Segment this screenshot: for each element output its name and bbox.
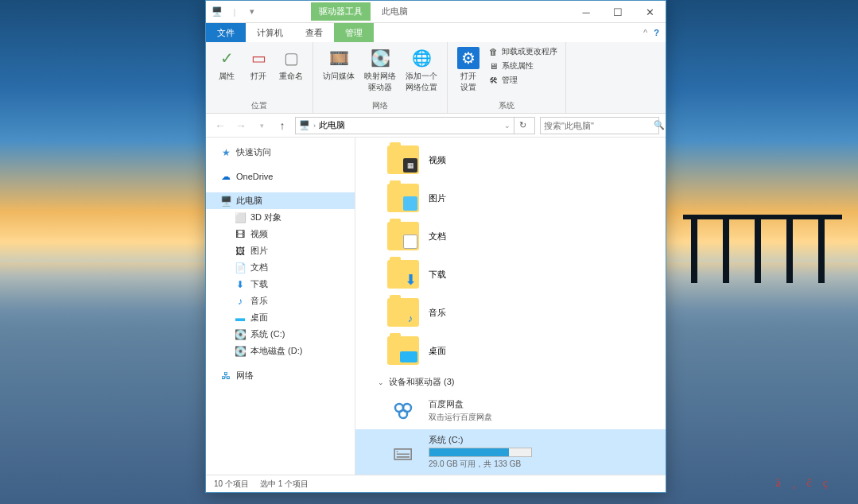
network-icon: 🖧 <box>220 370 231 382</box>
sys-props-button[interactable]: 🖥系统属性 <box>486 60 559 72</box>
devices-header[interactable]: ⌄设备和驱动器 (3) <box>355 370 666 391</box>
tab-manage[interactable]: 管理 <box>334 23 374 42</box>
baidu-icon <box>387 396 419 425</box>
corner-text: ä¸čç <box>776 477 839 490</box>
drive-c-text: 29.0 GB 可用，共 133 GB <box>429 459 666 470</box>
baidu-sub: 双击运行百度网盘 <box>429 412 666 423</box>
globe-icon: 🌐 <box>410 47 433 69</box>
chevron-down-icon: ⌄ <box>378 378 384 386</box>
maximize-button[interactable]: ☐ <box>602 1 634 23</box>
music-icon: ♪ <box>235 296 246 307</box>
film-icon: 🎞 <box>235 229 246 240</box>
nav-3d-objects[interactable]: ⬜3D 对象 <box>206 209 355 226</box>
nav-network[interactable]: 🖧网络 <box>206 367 355 384</box>
nav-onedrive[interactable]: ☁OneDrive <box>206 169 355 184</box>
nav-pictures[interactable]: 🖼图片 <box>206 242 355 259</box>
manage-icon: 🛠 <box>487 75 499 86</box>
drive-c-name: 系统 (C:) <box>429 434 666 446</box>
media-icon: 🎞️ <box>328 47 350 69</box>
drive-c[interactable]: 🖴 系统 (C:) 29.0 GB 可用，共 133 GB <box>355 429 666 475</box>
tab-view[interactable]: 查看 <box>294 23 334 42</box>
media-button[interactable]: 🎞️访问媒体 <box>320 45 358 83</box>
folder-videos[interactable]: ▦视频 <box>355 141 666 179</box>
search-input[interactable] <box>544 121 654 130</box>
folder-music[interactable]: ♪音乐 <box>355 293 666 331</box>
addressbar: ← → ▾ ↑ 🖥️ › 此电脑 ⌄ ↻ 🔍 <box>206 114 666 138</box>
up-button[interactable]: ↑ <box>274 118 290 134</box>
address-text: 此电脑 <box>319 119 345 131</box>
drive-icon: 💽 <box>235 329 246 340</box>
uninstall-button[interactable]: 🗑卸载或更改程序 <box>486 45 559 58</box>
group-location: 位置 <box>212 99 306 111</box>
nav-quick-access[interactable]: ★快速访问 <box>206 144 355 161</box>
folder-pictures[interactable]: 图片 <box>355 179 666 217</box>
status-count: 10 个项目 <box>214 479 249 490</box>
ribbon: ✓属性 ▭打开 ▢重命名 位置 🎞️访问媒体 💽映射网络 驱动器 🌐添加一个 网… <box>206 42 666 114</box>
ribbon-collapse-icon[interactable]: ^ <box>643 28 647 37</box>
picture-icon <box>403 196 417 211</box>
open-button[interactable]: ▭打开 <box>244 45 273 83</box>
pc-icon: 🖥️ <box>211 6 223 18</box>
drive-icon: 💽 <box>235 346 246 357</box>
address-dropdown-icon[interactable]: ⌄ <box>504 122 511 130</box>
titlebar[interactable]: 🖥️ | ▾ 驱动器工具 此电脑 ─ ☐ ✕ <box>206 1 666 23</box>
pc-icon: 🖥️ <box>220 196 231 207</box>
download-icon: ⬇ <box>235 279 246 290</box>
recent-dropdown[interactable]: ▾ <box>254 118 270 134</box>
search-icon[interactable]: 🔍 <box>654 120 665 130</box>
doc-icon <box>403 235 417 249</box>
map-drive-button[interactable]: 💽映射网络 驱动器 <box>361 45 399 95</box>
close-button[interactable]: ✕ <box>634 1 666 23</box>
desktop-icon: ▬ <box>235 312 246 324</box>
nav-downloads[interactable]: ⬇下载 <box>206 276 355 293</box>
open-icon: ▭ <box>247 47 270 69</box>
nav-documents[interactable]: 📄文档 <box>206 259 355 276</box>
content-pane: ▦视频 图片 文档 ⬇下载 ♪音乐 桌面 ⌄设备和驱动器 (3) 百度网盘 双击… <box>355 138 666 475</box>
refresh-button[interactable]: ↻ <box>514 118 531 134</box>
baidu-item[interactable]: 百度网盘 双击运行百度网盘 <box>355 391 666 429</box>
desktop-icon <box>400 351 417 362</box>
sysprops-icon: 🖥 <box>487 60 499 72</box>
search-box[interactable]: 🔍 <box>540 117 659 134</box>
properties-button[interactable]: ✓属性 <box>212 45 241 83</box>
forward-button[interactable]: → <box>233 118 249 134</box>
add-location-button[interactable]: 🌐添加一个 网络位置 <box>402 45 441 95</box>
drive-icon: 💽 <box>369 47 391 69</box>
nav-videos[interactable]: 🎞视频 <box>206 226 355 242</box>
drive-c-bar <box>429 448 532 457</box>
help-icon[interactable]: ? <box>654 28 659 37</box>
star-icon: ★ <box>220 147 231 158</box>
cube-icon: ⬜ <box>235 212 246 223</box>
folder-downloads[interactable]: ⬇下载 <box>355 255 666 293</box>
ribbon-tabs: 文件 计算机 查看 管理 ^ ? <box>206 23 666 42</box>
back-button[interactable]: ← <box>212 118 228 134</box>
qat-sep: | <box>228 6 241 18</box>
folder-documents[interactable]: 文档 <box>355 217 666 255</box>
folder-desktop[interactable]: 桌面 <box>355 331 666 370</box>
qat-dropdown-icon[interactable]: ▾ <box>246 6 258 18</box>
nav-drive-d[interactable]: 💽本地磁盘 (D:) <box>206 343 355 359</box>
film-icon: ▦ <box>403 158 417 173</box>
nav-drive-c[interactable]: 💽系统 (C:) <box>206 326 355 343</box>
manage-button[interactable]: 🛠管理 <box>486 74 559 87</box>
window-title: 此电脑 <box>382 6 408 17</box>
minimize-button[interactable]: ─ <box>570 1 602 23</box>
cloud-icon: ☁ <box>220 171 231 182</box>
address-box[interactable]: 🖥️ › 此电脑 ⌄ ↻ <box>295 117 535 134</box>
nav-this-pc[interactable]: 🖥️此电脑 <box>206 192 355 209</box>
explorer-window: 🖥️ | ▾ 驱动器工具 此电脑 ─ ☐ ✕ 文件 计算机 查看 管理 ^ ? … <box>205 0 666 493</box>
rename-icon: ▢ <box>280 47 302 69</box>
tab-file[interactable]: 文件 <box>206 23 246 42</box>
doc-icon: 📄 <box>235 262 246 273</box>
nav-music[interactable]: ♪音乐 <box>206 293 355 309</box>
rename-button[interactable]: ▢重命名 <box>276 45 306 83</box>
open-settings-button[interactable]: ⚙打开 设置 <box>454 45 483 95</box>
statusbar: 10 个项目 选中 1 个项目 <box>206 475 666 492</box>
drive-icon: 🖴 <box>387 438 419 467</box>
pc-icon: 🖥️ <box>299 120 310 130</box>
nav-desktop[interactable]: ▬桌面 <box>206 309 355 326</box>
tab-computer[interactable]: 计算机 <box>246 23 294 42</box>
gear-icon: ⚙ <box>457 47 479 69</box>
download-icon: ⬇ <box>403 273 417 287</box>
group-system: 系统 <box>454 99 559 111</box>
